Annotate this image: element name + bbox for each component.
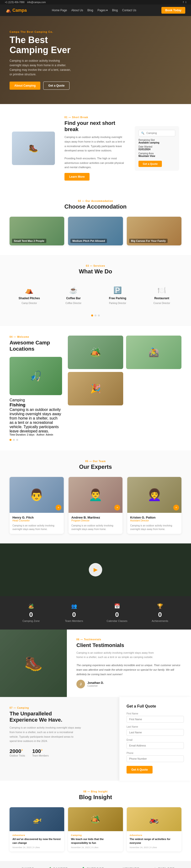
expert-desc-2: Camping is an outdoor activity involving…: [71, 524, 120, 531]
expert-img-3: 👩‍🦱 +: [127, 477, 182, 513]
email-input[interactable]: [126, 742, 184, 749]
phone-input[interactable]: [126, 755, 184, 762]
last-name-input[interactable]: [126, 729, 184, 736]
stat-num-4: 0: [139, 611, 182, 619]
hero-title: The BestCamping Ever: [9, 35, 72, 55]
stat-mini-label-2: Team Members: [32, 754, 49, 757]
find-break-desc: Camping is an outdoor activity involving…: [65, 135, 125, 153]
blog-card-2[interactable]: 🏕️ Camping We teach our kids that the re…: [68, 807, 123, 851]
camping-search-input[interactable]: [146, 131, 179, 134]
experts-section: 05 — Our Team Our Experts 👨 + Henry G. F…: [0, 451, 191, 544]
filter-label-1: Remaining Slot: [139, 139, 155, 142]
filter-value-1: Available camping: [139, 142, 175, 144]
email-label: Email: [126, 739, 184, 741]
expert-desc-3: Camping is an outdoor activity involving…: [130, 524, 179, 531]
search-quote-button[interactable]: Get a Quote: [139, 161, 162, 167]
topbar: +1 (123) 456-7890 info@campa.com f t: [0, 0, 191, 4]
locations-layout: 04 — Welcome Awesome CampLocations 🎣 Cam…: [9, 336, 182, 441]
hero-quote-button[interactable]: Get a Quote: [43, 82, 70, 90]
stat-mini-label-1: Outdoor Tricks: [9, 754, 25, 757]
twitter-icon[interactable]: t: [186, 1, 186, 4]
location-card-1[interactable]: 🏕️: [68, 336, 123, 369]
first-name-label: First Name: [126, 712, 184, 715]
service-desc-1: Camp Director: [12, 301, 46, 305]
services-grid: ⛺ Shaded Pitches Camp Director ☕ Coffee …: [9, 281, 182, 310]
expert-name-1: Henry G. Fitch: [12, 516, 61, 519]
stat-item-2: 👥 0 Team Members: [52, 603, 96, 622]
dot-3: [98, 314, 100, 316]
partners-section: ⛺ CAMPO 🏕️ CAMPER 🌲 OUTDOOR 🗻 VENTURE ⛰️…: [0, 861, 191, 868]
nav-link-blog[interactable]: Blog: [87, 9, 93, 12]
partner-logo-2: 🏕️ CAMPER: [48, 867, 68, 868]
search-row[interactable]: 🔍: [139, 130, 175, 136]
find-break-title: Find your next short break: [65, 120, 125, 132]
partner-logo-5: ⛰️ EXPLORE: [153, 867, 175, 868]
accommodation-cards: Small Tent Max 2 People Medium Pitch Pet…: [9, 217, 182, 245]
logo-text: Campa: [12, 8, 27, 13]
what-we-do-tag: 03 — Services: [9, 265, 182, 267]
blog-body-3: Adventure The widest range of activities…: [127, 831, 182, 851]
featured-title: Fishing: [9, 402, 62, 408]
nav-link-contact[interactable]: Contact Us: [122, 9, 136, 12]
first-name-field: First Name: [126, 712, 184, 722]
stat-item-3: 📅 0 Calendar Classes: [96, 603, 139, 622]
navbar: ⛺ Campa Home Page About Us Blog Pages ▾ …: [0, 4, 191, 16]
last-name-label: Last Name: [126, 725, 184, 728]
meta-value-1: 2 days: [27, 433, 34, 436]
blog-img-2: 🏕️: [68, 807, 123, 831]
expert-info-2: Andrew B. Martinez Program Director Camp…: [69, 513, 123, 534]
blog-header: 08 — Blog Insight Blog Insight: [9, 790, 182, 801]
phone-field: Phone: [126, 752, 184, 762]
blog-card-1[interactable]: 🚁 Adventure All we've discovered by now …: [9, 807, 64, 851]
featured-tag: Camping: [9, 398, 62, 402]
topbar-email: info@campa.com: [27, 1, 46, 4]
testimonial-quote: The camping experience was absolutely in…: [76, 663, 182, 676]
first-name-input[interactable]: [126, 716, 184, 722]
hero-about-button[interactable]: About Camping: [9, 82, 40, 90]
accommodation-card-3[interactable]: Big Canvas For Your Family: [127, 217, 182, 245]
nav-cta-button[interactable]: Book Today: [161, 7, 185, 13]
service-title-4: Restaurant: [145, 297, 179, 300]
hero-tag: Campa The Best Camping Co.: [9, 30, 72, 33]
play-button[interactable]: ▶: [89, 563, 102, 577]
nav-link-blog2[interactable]: Blog: [112, 9, 118, 12]
stat-num-2: 0: [52, 611, 96, 619]
topbar-social: f t: [183, 1, 186, 4]
dot-2: [94, 314, 97, 316]
expert-badge-3: +: [173, 505, 179, 510]
expert-img-1: 👨 +: [9, 477, 64, 513]
accommodation-header: 02 — Our Accommodation Choose Accomodati…: [9, 200, 182, 210]
accommodation-card-2[interactable]: Medium Pitch Pet Allowed: [68, 217, 123, 245]
find-break-learn-button[interactable]: Learn More: [65, 173, 89, 181]
expert-img-2: 👨‍🦱 +: [69, 477, 123, 513]
location-card-2[interactable]: 🚵: [126, 336, 182, 369]
loc-dot-3: [16, 439, 18, 441]
find-break-image: 🥾: [12, 131, 55, 165]
filter-label-3: Camping Area: [139, 152, 154, 155]
stat-mini-num-1: 2000+: [9, 748, 25, 754]
accommodation-card-1[interactable]: Small Tent Max 2 People: [9, 217, 64, 245]
nav-link-home[interactable]: Home Page: [52, 9, 67, 12]
stat-label-3: Calendar Classes: [96, 619, 139, 622]
blog-img-1: 🚁: [9, 807, 64, 831]
nav-logo: ⛺ Campa: [6, 8, 27, 13]
facebook-icon[interactable]: f: [183, 1, 184, 4]
quote-stats: 2000+ Outdoor Tricks 100+ Team Members: [9, 748, 110, 757]
submit-quote-button[interactable]: Get A Quote: [126, 766, 153, 774]
loc-dot-2: [13, 439, 15, 441]
nav-link-pages[interactable]: Pages ▾: [98, 9, 108, 12]
hero-content: Campa The Best Camping Co. The BestCampi…: [9, 30, 72, 90]
expert-info-1: Henry G. Fitch Head Counselor Camping is…: [9, 513, 64, 534]
expert-badge-1: +: [55, 505, 61, 510]
services-dots: [9, 314, 182, 316]
find-break-tag: 01 — Short Break: [65, 116, 125, 119]
expert-card-1: 👨 + Henry G. Fitch Head Counselor Campin…: [9, 477, 64, 534]
stat-item-4: 🏆 0 Achievements: [139, 603, 182, 622]
location-card-3[interactable]: 🎉: [68, 372, 123, 405]
blog-card-3[interactable]: 🏍️ Adventure The widest range of activit…: [127, 807, 182, 851]
phone-label: Phone: [126, 752, 184, 754]
service-item-4: 🍽️ Restaurant Course Director: [142, 281, 182, 310]
location-card-img-1: 🏕️: [68, 336, 123, 369]
meta-label-1: Time Duration:: [9, 433, 26, 436]
nav-link-about[interactable]: About Us: [71, 9, 83, 12]
